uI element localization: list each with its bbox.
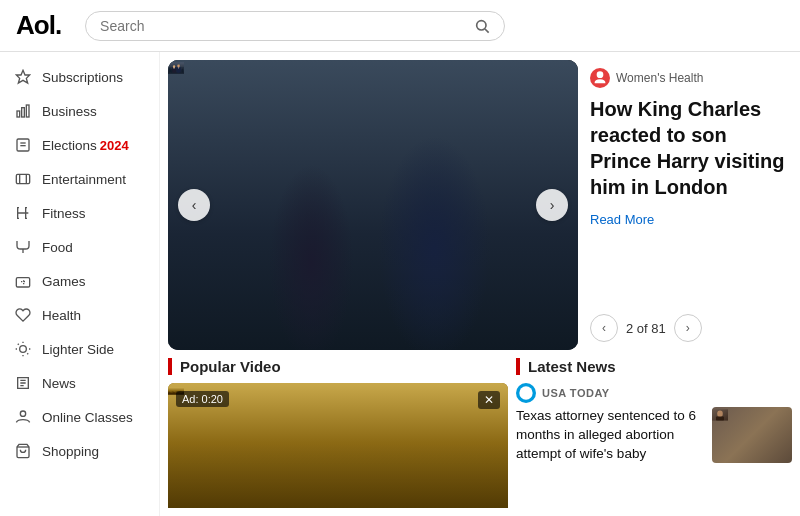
sidebar-item-news[interactable]: News [0,366,159,400]
svg-point-26 [173,65,175,68]
svg-line-1 [485,29,489,33]
sidebar-item-elections[interactable]: Elections2024 [0,128,159,162]
news-source-row: USA TODAY [516,383,792,403]
latest-news-section: Latest News USA TODAY Texas attorney sen… [516,358,792,508]
read-more-link[interactable]: Read More [590,212,788,227]
games-icon [14,272,32,290]
sidebar-item-shopping[interactable]: Shopping [0,434,159,468]
carousel: ‹ › [168,60,578,350]
svg-point-14 [20,346,27,353]
sidebar-label-food: Food [42,240,73,255]
popular-video-title: Popular Video [168,358,508,375]
body: Subscriptions Business Elections2024 [0,52,800,516]
main-content: ‹ › Women's Health How King Charles reac… [160,52,800,516]
search-icon [474,18,490,34]
health-icon [14,306,32,324]
svg-point-37 [717,411,723,417]
svg-point-21 [20,411,25,416]
search-button[interactable] [474,18,490,34]
svg-rect-3 [17,111,20,117]
food-icon [14,238,32,256]
source-label: Women's Health [616,71,703,85]
svg-point-0 [477,20,486,29]
svg-rect-5 [26,105,29,117]
source-icon [590,68,610,88]
video-container[interactable]: Ad: 0:20 ✕ [168,383,508,508]
sidebar-label-shopping: Shopping [42,444,99,459]
sidebar: Subscriptions Business Elections2024 [0,52,160,516]
sidebar-label-news: News [42,376,76,391]
sidebar-item-games[interactable]: Games [0,264,159,298]
carousel-prev-button[interactable]: ‹ [178,189,210,221]
sidebar-label-online-classes: Online Classes [42,410,133,425]
sun-icon [14,340,32,358]
sidebar-label-elections: Elections [42,138,97,153]
aol-logo[interactable]: Aol. [16,10,61,41]
sidebar-item-business[interactable]: Business [0,94,159,128]
sidebar-item-food[interactable]: Food [0,230,159,264]
sidebar-item-entertainment[interactable]: Entertainment [0,162,159,196]
article-prev-button[interactable]: ‹ [590,314,618,342]
sidebar-label-subscriptions: Subscriptions [42,70,123,85]
article-counter: 2 of 81 [626,321,666,336]
shopping-icon [14,442,32,460]
film-icon [14,170,32,188]
news-thumb-visual [712,407,728,423]
svg-rect-9 [16,174,29,183]
article-panel: Women's Health How King Charles reacted … [586,60,792,350]
latest-news-title: Latest News [516,358,792,375]
news-icon [14,374,32,392]
bottom-content: Popular Video [168,358,792,508]
fitness-icon [14,204,32,222]
womens-health-icon [592,70,608,86]
usa-today-logo [518,385,534,401]
usa-today-icon [516,383,536,403]
news-thumbnail [712,407,792,463]
header: Aol. [0,0,800,52]
news-source-label: USA TODAY [542,387,610,399]
carousel-image [168,60,578,350]
sidebar-item-health[interactable]: Health [0,298,159,332]
article-next-button[interactable]: › [674,314,702,342]
sidebar-label-fitness: Fitness [42,206,86,221]
sidebar-label-entertainment: Entertainment [42,172,126,187]
svg-point-29 [169,68,171,73]
sidebar-label-lighter-side: Lighter Side [42,342,114,357]
article-title: How King Charles reacted to son Prince H… [590,96,788,200]
search-bar [85,11,505,41]
svg-marker-2 [16,70,29,83]
sidebar-item-online-classes[interactable]: Online Classes [0,400,159,434]
search-input[interactable] [100,18,474,34]
elections-badge: 2024 [100,138,129,153]
sidebar-item-fitness[interactable]: Fitness [0,196,159,230]
svg-line-17 [18,344,19,345]
classes-icon [14,408,32,426]
carousel-photo [168,60,184,76]
star-icon [14,68,32,86]
popular-video-section: Popular Video [168,358,508,508]
news-headline: Texas attorney sentenced to 6 months in … [516,407,704,464]
svg-point-35 [519,386,532,399]
top-content: ‹ › Women's Health How King Charles reac… [168,60,792,350]
svg-line-18 [27,353,28,354]
svg-point-31 [171,69,173,73]
svg-rect-13 [16,278,29,287]
nav-controls: ‹ 2 of 81 › [590,314,788,342]
news-thumb-image [712,407,792,463]
svg-point-32 [179,64,180,65]
sidebar-label-health: Health [42,308,81,323]
sidebar-label-business: Business [42,104,97,119]
svg-point-28 [177,64,180,67]
svg-point-30 [182,68,184,72]
ad-badge: Ad: 0:20 [176,391,229,407]
sidebar-item-subscriptions[interactable]: Subscriptions [0,60,159,94]
chart-icon [14,102,32,120]
ad-close-button[interactable]: ✕ [478,391,500,409]
sidebar-item-lighter-side[interactable]: Lighter Side [0,332,159,366]
news-item[interactable]: Texas attorney sentenced to 6 months in … [516,407,792,464]
carousel-next-button[interactable]: › [536,189,568,221]
ballot-icon [14,136,32,154]
svg-rect-4 [22,108,25,117]
article-source-row: Women's Health [590,68,788,88]
sidebar-label-games: Games [42,274,86,289]
